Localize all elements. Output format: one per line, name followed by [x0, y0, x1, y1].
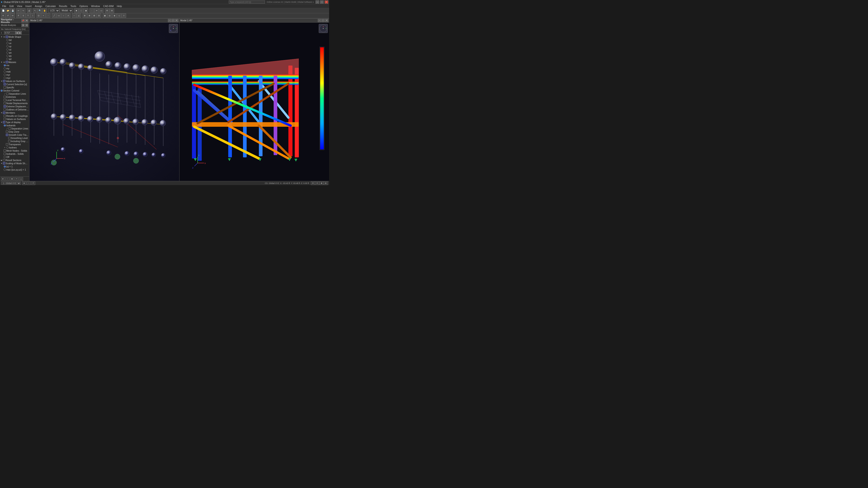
tb-select[interactable]: ↖ [33, 8, 37, 13]
tb2-side[interactable]: S [21, 13, 26, 18]
radio-mak[interactable] [4, 70, 6, 73]
tb2-snap3[interactable]: ⊞ [92, 13, 96, 18]
menu-options[interactable]: Options [78, 4, 89, 8]
search-input[interactable] [229, 0, 265, 4]
tb-pan[interactable]: ✋ [42, 8, 47, 13]
tb-node[interactable]: · [90, 8, 94, 13]
radio-uz[interactable] [6, 48, 8, 51]
tb2-fit[interactable]: ⊡ [36, 13, 41, 18]
tree-transparent[interactable]: Transparent [0, 143, 29, 146]
tree-smoothing-level[interactable]: Smoothing Level [0, 136, 29, 140]
radio-ux[interactable] [6, 42, 8, 44]
tree-local-torsional[interactable]: Local Torsional Rotatio... [0, 98, 29, 102]
tb-beam[interactable]: ━ [94, 8, 99, 13]
tb-zoom[interactable]: 🔍 [37, 8, 42, 13]
status-right-icon1[interactable]: ⊞ [311, 182, 315, 185]
cb-incl-gray[interactable] [8, 140, 10, 142]
tree-specific[interactable]: Specific [0, 86, 29, 89]
tb2-zoomin[interactable]: + [41, 13, 46, 18]
menu-tools[interactable]: Tools [69, 4, 78, 8]
tree-sep-lines1[interactable]: ╱ Separation Lines [0, 92, 29, 95]
menu-insert[interactable]: Insert [24, 4, 33, 8]
tb2-move[interactable]: ✛ [1, 13, 5, 18]
tb-undo[interactable]: ↩ [16, 8, 21, 13]
menu-window[interactable]: Window [90, 4, 101, 8]
radio-bd-eq1[interactable] [4, 165, 6, 168]
tb-open[interactable]: 📂 [6, 8, 10, 13]
cb-vs[interactable]: ✓ [3, 80, 5, 82]
tree-result-sections[interactable]: ▶ Result Sections [0, 159, 29, 162]
tb-surface[interactable]: ▭ [99, 8, 103, 13]
radio-uy[interactable] [6, 45, 8, 47]
cb-outlines[interactable] [4, 108, 6, 111]
cb-result-sect[interactable] [3, 159, 5, 161]
tree-checkbox-mode-shape[interactable]: ✓ [6, 36, 8, 38]
tb2-snap8[interactable]: ◇ [117, 13, 121, 18]
menu-calculate[interactable]: Calculate [44, 4, 57, 8]
menu-view[interactable]: View [16, 4, 24, 8]
cb-sep2[interactable] [8, 127, 11, 130]
vp-left-close[interactable]: ✕ [175, 19, 178, 22]
radio-myr[interactable] [4, 74, 6, 76]
minimize-button[interactable]: ─ [315, 0, 319, 4]
tb2-snap5[interactable]: ◉ [103, 13, 107, 18]
radio-bd[interactable] [6, 39, 8, 41]
cb-mesh-nodes[interactable] [4, 150, 6, 152]
radio-pz[interactable] [6, 58, 8, 60]
menu-cadbim[interactable]: CAD-BIM [102, 4, 115, 8]
tree-gray-zone[interactable]: Gray Zone [0, 130, 29, 133]
cb-sep1[interactable] [6, 93, 8, 95]
cb-nodal[interactable] [4, 102, 6, 104]
radio-section-colored[interactable] [0, 90, 3, 92]
radio-isobands[interactable] [4, 124, 6, 127]
tree-bd-eq1[interactable]: |u| = 1 [0, 165, 29, 168]
nav-bottom-icon1[interactable]: ■ [1, 177, 5, 181]
tree-results-couplings[interactable]: Results on Couplings [0, 114, 29, 118]
tree-masses[interactable]: ▼ ⊞ ✓ Masses [0, 61, 29, 64]
close-button[interactable]: ✕ [324, 0, 328, 4]
right-viewport-canvas[interactable]: X Y Z X Y [180, 23, 329, 181]
cb-members[interactable]: ✓ [3, 111, 5, 114]
tb2-snap4[interactable]: ⊟ [97, 13, 101, 18]
vp-right-minimize[interactable]: ─ [318, 19, 321, 22]
tree-mode-shape[interactable]: ▼ ⊞ ✓ Mode Shape [0, 35, 29, 38]
radio-off[interactable] [4, 156, 6, 158]
tree-isobands-solids[interactable]: Isobands - Solids [0, 152, 29, 156]
radio-mx[interactable] [4, 64, 6, 66]
tree-ux[interactable]: ux [0, 41, 29, 45]
radio-px[interactable] [6, 52, 8, 54]
cb-transparent[interactable] [6, 143, 8, 145]
tb-new[interactable]: 📄 [1, 8, 5, 13]
cb-smooth-level[interactable] [8, 137, 10, 139]
cb-gray-zone[interactable] [6, 131, 8, 133]
tb-redo[interactable]: ↪ [21, 8, 26, 13]
nav-expand-all[interactable]: ⊞ [22, 24, 25, 27]
tree-values-surfaces[interactable]: ▼ ✓ Values on Surfaces [0, 79, 29, 83]
cb-local-tors[interactable] [4, 99, 6, 101]
tree-extremes[interactable]: Extremes [0, 95, 29, 98]
menu-help[interactable]: Help [116, 4, 123, 8]
tree-section-colored[interactable]: Section Colored [0, 89, 29, 92]
tb2-line[interactable]: ╱ [52, 13, 56, 18]
status-icon2[interactable]: ○ [27, 182, 31, 185]
nav-next[interactable]: ▶ [19, 31, 22, 34]
menu-edit[interactable]: Edit [8, 4, 15, 8]
tb2-snap9[interactable]: ◊ [122, 13, 126, 18]
tree-off[interactable]: Off [0, 156, 29, 159]
nav-bottom-icon5[interactable]: △ [19, 177, 23, 181]
tree-extreme-disp[interactable]: ✓ Extreme Displacement [0, 105, 29, 108]
cb-smooth[interactable]: ✓ [6, 134, 8, 136]
status-right-icon3[interactable]: ◉ [319, 182, 323, 185]
tree-sep-lines2[interactable]: ╱ Separation Lines [0, 127, 29, 130]
tb-result2[interactable]: M [110, 8, 114, 13]
tb-result1[interactable]: R [105, 8, 110, 13]
nav-collapse-all[interactable]: ⊟ [25, 24, 28, 27]
tree-isobands[interactable]: Isobands [0, 124, 29, 127]
tree-uz[interactable]: uz [0, 48, 29, 51]
tb2-rotate[interactable]: ↺ [6, 13, 10, 18]
vp-right-maximize[interactable]: □ [321, 19, 324, 22]
tb2-snap6[interactable]: ◎ [107, 13, 112, 18]
tree-isolines[interactable]: ≡ Isolines [0, 146, 29, 149]
tree-my[interactable]: my [0, 67, 29, 70]
cs-dropdown[interactable]: 1 - Global XYZ [1, 182, 21, 185]
